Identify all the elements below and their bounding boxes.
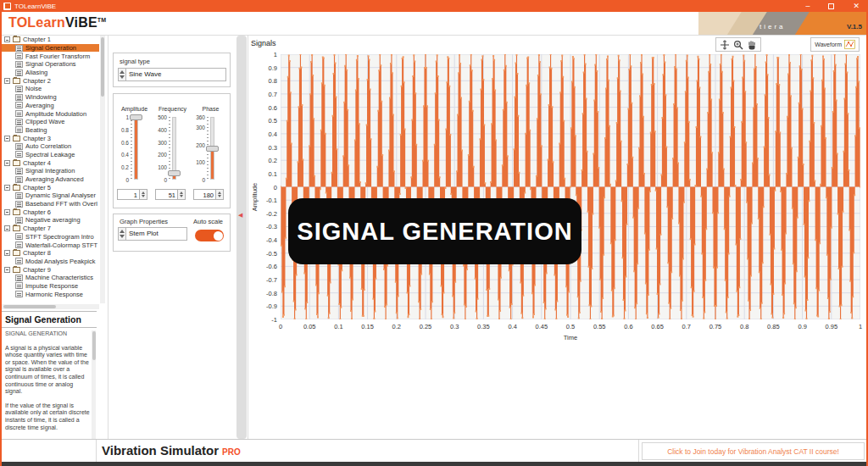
tree-item-label: Amplitude Modulation	[25, 110, 86, 118]
list-icon	[15, 168, 23, 175]
y-tick-label: 0.3	[248, 143, 277, 151]
tree-expander-icon[interactable]	[4, 267, 10, 273]
tree-chapter[interactable]: Chapter 1	[2, 36, 99, 44]
x-tick-label: 0.55	[587, 323, 612, 330]
tree-chapter[interactable]: Chapter 4	[2, 158, 99, 167]
tree-item[interactable]: Aliasing	[2, 69, 99, 77]
graph-properties-value[interactable]: Stem Plot	[126, 227, 187, 241]
tree-item[interactable]: Dynamic Signal Analyser	[2, 191, 99, 200]
promo-text: Click to Join today for Vibration Analys…	[667, 447, 839, 456]
slider-value-field[interactable]: 51	[155, 189, 178, 200]
tree-item[interactable]: Machine Characteristics	[2, 274, 99, 282]
tree-chapter[interactable]: Chapter 9	[2, 265, 99, 274]
slider-tick-label: 100	[158, 164, 167, 170]
slider-value-spinner[interactable]	[216, 189, 224, 200]
info-scrollbar[interactable]	[92, 330, 96, 439]
zoom-tool-icon[interactable]	[733, 40, 743, 50]
slider-tick-label: 0.8	[121, 126, 129, 132]
collapse-arrow-icon[interactable]: ◀	[238, 212, 242, 219]
maximize-button[interactable]	[828, 3, 834, 9]
slider-fill	[135, 118, 137, 179]
slider-handle[interactable]	[168, 170, 181, 176]
tree-item[interactable]: Noise	[2, 85, 99, 93]
list-icon	[15, 94, 23, 101]
tree-expander-icon[interactable]	[4, 250, 10, 256]
tree-item[interactable]: STFT Spectrogram Intro	[2, 233, 99, 241]
list-icon	[15, 53, 23, 59]
tree-item[interactable]: Averaging	[2, 102, 99, 110]
tree-item[interactable]: Waterfall-Colormap STFT	[2, 241, 99, 249]
slider-value-spinner[interactable]	[140, 189, 147, 200]
slider-tick-label: 200	[196, 141, 205, 147]
tree-item[interactable]: Negative averaging	[2, 216, 99, 225]
tree-item[interactable]: Impulse Response	[2, 282, 99, 291]
tree-item[interactable]: Signal Generation	[2, 44, 99, 53]
tree-item-label: Waterfall-Colormap STFT	[25, 241, 97, 249]
list-icon	[15, 61, 23, 68]
tree-chapter[interactable]: Chapter 5	[2, 183, 99, 191]
tree-expander-icon[interactable]	[4, 160, 10, 166]
slider-value-field[interactable]: 180	[193, 189, 216, 200]
slider-handle[interactable]	[206, 146, 219, 152]
tree-horizontal-scrollbar[interactable]	[2, 304, 99, 309]
logo-text: tiera	[760, 23, 786, 31]
tree-item[interactable]: Harmonic Response	[2, 290, 99, 298]
tree-item[interactable]: Fast Fourier Transform	[2, 52, 99, 60]
y-tick-label: 0.8	[248, 77, 277, 85]
tree-chapter[interactable]: Chapter 8	[2, 249, 99, 258]
tree-chapter[interactable]: Chapter 7	[2, 225, 99, 233]
tree-item[interactable]: Spectral Leakage	[2, 151, 99, 159]
tree-item[interactable]: Amplitude Modulation	[2, 109, 99, 118]
tree-item[interactable]: Clipped Wave	[2, 118, 99, 126]
tree-item[interactable]: Modal Analysis Peakpick	[2, 258, 99, 266]
folder-icon	[13, 185, 20, 191]
signal-type-value[interactable]: Sine Wave	[126, 68, 226, 81]
tree-item-label: Clipped Wave	[25, 118, 64, 125]
promo-banner[interactable]: Click to Join today for Vibration Analys…	[642, 442, 865, 460]
tree-expander-icon[interactable]	[4, 36, 10, 42]
tree-item[interactable]: Windowing	[2, 93, 99, 102]
list-icon	[15, 143, 23, 150]
tree-item[interactable]: Averaging Advanced	[2, 175, 99, 184]
pan-tool-icon[interactable]	[747, 40, 757, 50]
slider-tick-label: 0	[125, 177, 129, 183]
tree-chapter[interactable]: Chapter 6	[2, 208, 99, 216]
waveform-dropdown[interactable]: Waveform	[810, 37, 860, 52]
tree-vertical-scrollbar[interactable]	[100, 36, 105, 303]
tree-item[interactable]: Signal Operations	[2, 60, 99, 69]
y-tick-label: 0.6	[248, 103, 277, 111]
cursor-tool-icon[interactable]	[720, 40, 730, 50]
slider-track[interactable]	[134, 117, 138, 180]
tree-chapter[interactable]: Chapter 3	[2, 134, 99, 142]
tree-expander-icon[interactable]	[4, 78, 10, 84]
plot-area[interactable]	[281, 54, 860, 319]
x-tick-label: 0	[268, 323, 293, 330]
auto-scale-toggle[interactable]	[195, 230, 224, 241]
window-border-bottom	[2, 462, 866, 466]
graph-panel: Signals Waveform 10.90.80.70.60.50.40.30…	[248, 36, 866, 439]
tree-item[interactable]: Auto Correlation	[2, 142, 99, 151]
tree-item[interactable]: Baseband FFT with Overl	[2, 200, 99, 208]
tree-item-label: Windowing	[25, 93, 57, 101]
auto-scale-label: Auto scale	[193, 218, 223, 225]
tree-expander-icon[interactable]	[4, 185, 10, 191]
slider-value-spinner[interactable]	[178, 189, 186, 200]
signal-type-spinner[interactable]	[118, 68, 126, 81]
list-icon	[15, 241, 23, 248]
tree-item-label: Beating	[25, 126, 47, 134]
slider-handle[interactable]	[130, 114, 142, 120]
graph-properties-spinner[interactable]	[118, 227, 126, 241]
panel-collapse-strip[interactable]: ◀	[236, 36, 247, 439]
tree-chapter[interactable]: Chapter 2	[2, 76, 99, 85]
close-button[interactable]: ✕	[853, 3, 860, 10]
tree-expander-icon[interactable]	[4, 209, 10, 215]
tree-expander-icon[interactable]	[4, 136, 10, 141]
tree-item[interactable]: Beating	[2, 126, 99, 135]
tree-expander-icon[interactable]	[4, 225, 10, 231]
slider-value-field[interactable]: 1	[117, 189, 140, 200]
footer-bar: Vibration SimulatorPRO Click to Join tod…	[2, 439, 866, 462]
slider-tick-label: 360	[196, 114, 205, 120]
minimize-button[interactable]: –	[805, 3, 810, 10]
list-icon	[15, 291, 23, 297]
tree-item[interactable]: Signal Integration	[2, 167, 99, 175]
